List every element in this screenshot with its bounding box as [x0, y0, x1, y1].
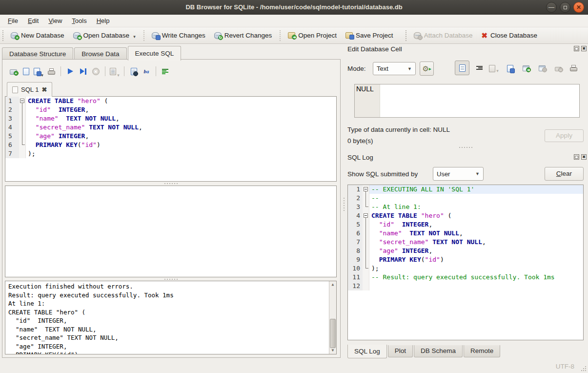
cell-value: NULL [356, 85, 374, 93]
sql-log-filter-select[interactable]: User▼ [433, 167, 484, 181]
new-database-button[interactable]: + New Database [6, 30, 69, 41]
sql-log-dock-controls: ✖ [574, 154, 587, 160]
apply-button[interactable]: Apply [545, 129, 584, 142]
window-title: DB Browser for SQLite - /home/user/code/… [185, 3, 402, 11]
menu-tools[interactable]: Tools [67, 16, 91, 26]
execution-messages: Execution finished without errors. Resul… [5, 281, 336, 354]
find-replace-button[interactable]: ba [140, 65, 153, 78]
menu-view[interactable]: View [43, 16, 67, 26]
project-save-icon [345, 32, 353, 39]
copy-link-button[interactable] [537, 63, 547, 73]
main-toolbar: + New Database ➜ Open Database ▾ Write C… [0, 27, 588, 44]
import-settings-button[interactable]: ⚙▸ [420, 62, 434, 76]
chevron-down-icon: ▼ [404, 66, 412, 71]
import-file-icon [489, 65, 495, 72]
clear-log-button[interactable]: Clear [545, 167, 584, 181]
results-grid[interactable] [5, 186, 337, 277]
write-changes-button[interactable]: Write Changes [147, 30, 210, 41]
maximize-button[interactable] [560, 2, 570, 13]
toolbar-separator [124, 66, 124, 76]
text-mode-toggle[interactable] [455, 61, 469, 75]
save-results-icon [110, 68, 116, 75]
menu-help[interactable]: Help [92, 16, 115, 26]
code-line: 2-- [348, 194, 583, 203]
toolbar-handle[interactable] [1, 30, 5, 41]
open-in-external-button[interactable]: ➜ [521, 63, 531, 73]
code-line: 6 "name" TEXT NOT NULL, [348, 229, 583, 238]
resize-grip[interactable] [581, 366, 587, 372]
database-open-icon: ➜ [73, 32, 81, 39]
close-database-button[interactable]: ✖ Close Database [477, 29, 542, 42]
tab-execute-sql[interactable]: Execute SQL [128, 46, 182, 61]
external-window-icon: ➜ [523, 65, 529, 71]
code-line: 3 "name" TEXT NOT NULL, [5, 114, 336, 123]
dock-tab-plot[interactable]: Plot [388, 345, 413, 357]
format-sql-button[interactable] [159, 65, 172, 78]
sql-document-tab[interactable]: SQL 1 ✖ [7, 82, 52, 97]
scrollbar-thumb[interactable] [330, 319, 336, 348]
export-cell-data-button[interactable] [505, 63, 515, 73]
menu-file[interactable]: File [3, 16, 23, 26]
save-results-button[interactable]: ▾ [108, 65, 121, 78]
execution-message-pane[interactable]: Execution finished without errors. Resul… [5, 281, 337, 354]
dock-tab-remote[interactable]: Remote [464, 345, 500, 357]
titlebar: DB Browser for SQLite - /home/user/code/… [0, 0, 588, 15]
stop-icon: ✕ [92, 68, 100, 75]
print-cell-button[interactable] [568, 62, 579, 73]
import-cell-data-button[interactable]: ▾ [489, 63, 499, 73]
menu-edit[interactable]: Edit [23, 16, 43, 26]
tab-database-structure[interactable]: Database Structure [2, 47, 73, 61]
results-messages-splitter[interactable] [161, 278, 181, 280]
print-icon [48, 68, 55, 75]
sql-log-view[interactable]: 1-- EXECUTING ALL IN 'SQL 1'2--3-- At li… [347, 185, 584, 340]
print-sql-button[interactable] [45, 65, 58, 78]
find-button[interactable] [127, 65, 140, 78]
word-wrap-button[interactable] [474, 63, 484, 73]
close-sql-tab-icon[interactable]: ✖ [41, 86, 47, 93]
word-wrap-icon [476, 65, 483, 71]
close-button[interactable]: ✕ [573, 2, 584, 13]
open-sql-file-button[interactable] [20, 65, 32, 78]
cell-value-editor[interactable]: NULL [354, 84, 580, 118]
execute-current-line-button[interactable] [77, 65, 89, 78]
main-vertical-splitter[interactable] [342, 44, 345, 359]
new-sql-tab-button[interactable]: + [7, 65, 20, 78]
dock-float-icon[interactable] [574, 46, 579, 51]
dock-float-icon[interactable] [574, 154, 579, 160]
dock-tab-db-schema[interactable]: DB Schema [414, 345, 463, 357]
scroll-down-arrow[interactable]: ▼ [329, 347, 336, 354]
print-icon [570, 65, 577, 71]
set-null-button[interactable]: − [553, 63, 563, 73]
code-line: 7); [5, 149, 336, 158]
find-icon [131, 68, 137, 75]
dock-close-icon[interactable]: ✖ [581, 46, 587, 51]
execute-all-button[interactable] [64, 65, 77, 78]
open-database-dropdown-caret[interactable]: ▾ [133, 34, 136, 39]
save-project-button[interactable]: Save Project [341, 30, 398, 41]
open-project-button[interactable]: ➜ Open Project [284, 30, 341, 41]
sql-tab-label: SQL 1 [21, 86, 39, 93]
save-sql-file-button[interactable]: ▾ [32, 65, 45, 78]
menubar: FileEditViewToolsHelp [0, 15, 588, 27]
sql-editor[interactable]: 1CREATE TABLE "hero" (2 "id" INTEGER,3 "… [5, 96, 337, 182]
stop-execution-button[interactable]: ✕ [89, 65, 102, 78]
editor-results-splitter[interactable] [161, 182, 181, 185]
mode-select[interactable]: Text▼ [373, 62, 416, 75]
revert-changes-button[interactable]: ↻ Revert Changes [210, 30, 277, 41]
scroll-up-arrow[interactable]: ▲ [329, 281, 336, 288]
toolbar-handle[interactable] [405, 30, 408, 41]
save-results-dropdown-caret[interactable]: ▾ [117, 73, 120, 78]
attach-database-button[interactable]: Attach Database [409, 30, 477, 41]
window-controls: — ✕ [546, 2, 584, 13]
execute-all-icon [68, 68, 73, 74]
code-line: 12 [348, 282, 583, 290]
dock-close-icon[interactable]: ✖ [581, 154, 587, 160]
edit-cell-dock-controls: ✖ [574, 46, 587, 51]
dock-splitter[interactable] [456, 146, 475, 148]
messages-scrollbar[interactable]: ▲ ▼ [329, 281, 336, 354]
dock-tab-sql-log[interactable]: SQL Log [347, 345, 387, 358]
minimize-button[interactable]: — [546, 2, 557, 13]
open-database-button[interactable]: ➜ Open Database ▾ [69, 30, 140, 41]
tab-browse-data[interactable]: Browse Data [74, 47, 126, 61]
code-line: 4 "secret_name" TEXT NOT NULL, [5, 123, 336, 132]
